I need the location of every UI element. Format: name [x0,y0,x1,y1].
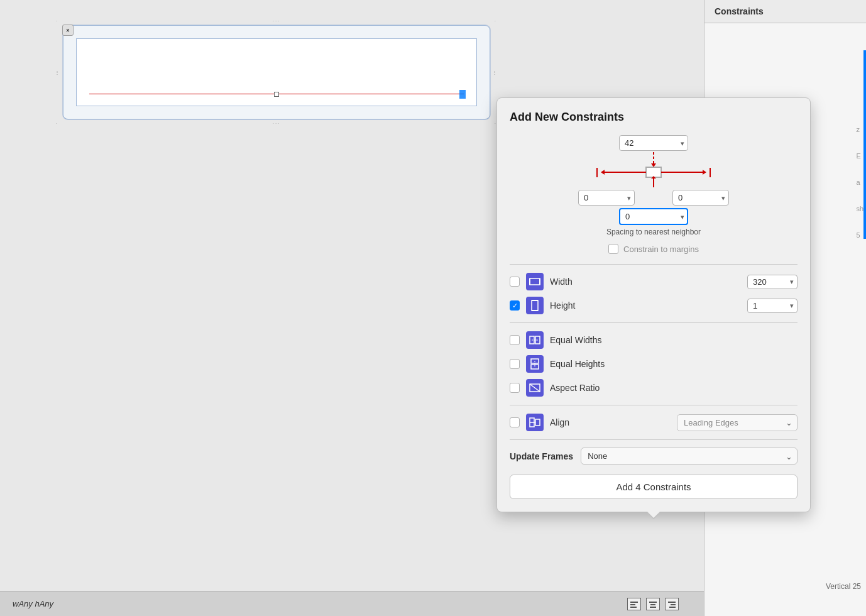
spacing-label: Spacing to nearest neighbor [510,228,797,236]
align-label: Align [550,417,671,427]
divider-3 [510,405,797,405]
width-icon [526,273,544,290]
align-right-icon[interactable] [665,598,679,610]
popup-title: Add New Constraints [510,111,797,124]
svg-rect-2 [630,607,637,608]
ui-element-outer: × ··· ··· ⋮ ⋮ · · · · [63,25,490,119]
svg-rect-8 [669,607,676,608]
spacing-diagram: 42 0 8 16 [510,135,797,225]
align-left-icon[interactable] [627,598,641,610]
left-spacing-select[interactable]: 0 8 16 [578,190,635,206]
svg-rect-4 [650,604,655,605]
vertical-label: Vertical 25 [826,582,861,591]
equal-widths-checkbox[interactable] [510,335,520,345]
width-value-select[interactable]: 320 240 480 [747,275,797,289]
svg-rect-0 [630,602,638,603]
update-frames-label: Update Frames [510,451,573,461]
status-bar: wAny hAny [0,591,704,616]
spacing-center-spacer [642,193,665,202]
right-spacing-select[interactable]: 0 8 16 [672,190,729,206]
height-label: Height [550,300,741,311]
bottom-spacing-wrapper[interactable]: 0 8 16 [619,208,688,225]
width-checkbox[interactable] [510,277,520,287]
divider-4 [510,439,797,440]
aspect-ratio-icon [526,379,544,397]
top-spacing-select[interactable]: 42 0 8 16 [619,135,688,151]
equal-heights-icon [526,355,544,373]
update-frames-wrapper[interactable]: None Items of New Constraints All Frames… [581,448,797,465]
svg-rect-6 [668,602,676,603]
equal-widths-row: Equal Widths [510,328,797,352]
svg-rect-1 [630,604,635,605]
panel-label-sh: sh [856,205,863,212]
width-constraint-row: Width 320 240 480 [510,270,797,294]
panel-header: Constraints [704,0,866,23]
align-icons-group [627,598,679,610]
svg-rect-20 [530,278,540,285]
close-button[interactable]: × [62,25,74,36]
svg-marker-13 [601,170,605,175]
width-label: Width [550,277,741,287]
svg-line-33 [530,384,540,392]
align-dropdown-wrapper[interactable]: Leading Edges Trailing Edges Top Edges B… [677,414,797,431]
align-dropdown-select[interactable]: Leading Edges Trailing Edges Top Edges B… [677,414,797,431]
close-icon: × [66,27,70,34]
svg-rect-3 [649,602,657,603]
middle-spacing-row: 0 8 16 0 8 16 [578,190,729,206]
svg-rect-5 [650,607,656,608]
popup-caret [646,512,661,519]
ui-element-container: × ··· ··· ⋮ ⋮ · · · · [63,25,490,119]
height-value-select[interactable]: 1 44 88 [747,299,797,313]
equal-heights-label: Equal Heights [550,359,797,369]
update-frames-select[interactable]: None Items of New Constraints All Frames… [581,448,797,465]
handle-top-right[interactable]: · [495,18,497,24]
equal-widths-label: Equal Widths [550,335,797,345]
align-center-icon[interactable] [646,598,660,610]
panel-label-z: z [856,126,863,133]
width-value-wrapper[interactable]: 320 240 480 [747,275,797,289]
equal-widths-icon [526,331,544,349]
panel-label-a: a [856,179,863,186]
height-value-wrapper[interactable]: 1 44 88 [747,299,797,313]
height-icon [526,297,544,314]
svg-rect-11 [646,167,661,177]
ui-element-inner [76,38,477,106]
right-spacing-wrapper[interactable]: 0 8 16 [672,190,729,206]
panel-label-5: 5 [856,231,863,239]
handle-bottom-left[interactable]: · [56,121,58,126]
aspect-ratio-label: Aspect Ratio [550,383,797,393]
handle-bottom-center[interactable]: ··· [273,121,281,126]
size-indicator: wAny hAny [13,599,53,608]
svg-rect-35 [535,419,540,426]
equal-heights-row: Equal Heights [510,352,797,376]
align-icon [526,414,544,431]
top-spacing-wrapper[interactable]: 42 0 8 16 [619,135,688,151]
constrain-margins-row: Constrain to margins [510,244,797,254]
align-checkbox[interactable] [510,417,520,427]
constrain-margins-checkbox[interactable] [608,244,618,254]
add-constraints-popup: Add New Constraints 42 0 8 16 [496,97,811,512]
constraint-handle-right [459,90,466,99]
bottom-spacing-select[interactable]: 0 8 16 [619,208,688,225]
aspect-ratio-checkbox[interactable] [510,383,520,393]
panel-title: Constraints [715,6,764,16]
height-checkbox[interactable] [510,300,520,311]
svg-rect-7 [671,604,676,605]
constrain-margins-label: Constrain to margins [623,245,699,254]
align-row: Align Leading Edges Trailing Edges Top E… [510,410,797,434]
spacing-arrows-svg [591,152,716,190]
equal-heights-checkbox[interactable] [510,359,520,369]
update-frames-row: Update Frames None Items of New Constrai… [510,448,797,465]
constraint-handle-center [274,92,279,97]
handle-left-center[interactable]: ⋮ [55,70,61,75]
handle-right-center[interactable]: ⋮ [492,70,498,75]
panel-accent-bar [863,50,866,239]
left-spacing-wrapper[interactable]: 0 8 16 [578,190,635,206]
add-constraints-button[interactable]: Add 4 Constraints [510,475,797,499]
handle-top-left[interactable]: · [56,18,58,24]
aspect-ratio-row: Aspect Ratio [510,376,797,400]
handle-top-center[interactable]: ··· [273,18,281,24]
svg-marker-16 [703,170,706,175]
panel-label-e: E [856,152,863,160]
height-constraint-row: Height 1 44 88 [510,294,797,317]
